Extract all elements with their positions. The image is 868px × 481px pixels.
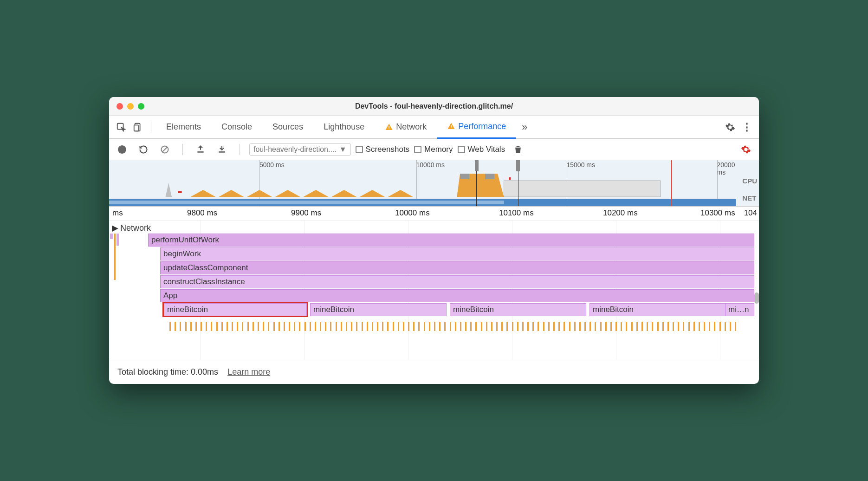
highlight-box (162, 302, 308, 317)
overview-selection[interactable] (476, 160, 518, 206)
svg-marker-15 (247, 190, 272, 197)
profile-select[interactable]: foul-heavenly-direction.... ▼ (249, 143, 351, 156)
divider (182, 144, 183, 155)
flame-bar-minebitcoin[interactable]: mineBitcoin (589, 303, 726, 316)
tab-console[interactable]: Console (211, 116, 262, 139)
traffic-lights (109, 103, 144, 110)
svg-rect-12 (178, 191, 182, 193)
titlebar: DevTools - foul-heavenly-direction.glitc… (109, 97, 759, 116)
ruler-tick: ms (112, 208, 123, 218)
svg-marker-16 (275, 190, 300, 197)
learn-more-link[interactable]: Learn more (227, 367, 270, 377)
net-label: NET (742, 194, 757, 202)
screenshots-label: Screenshots (366, 145, 410, 154)
left-edge-strips (109, 234, 114, 354)
devtools-window: DevTools - foul-heavenly-direction.glitc… (109, 97, 759, 384)
svg-rect-5 (451, 125, 452, 127)
tab-lighthouse[interactable]: Lighthouse (313, 116, 375, 139)
overview-tick: 5000 ms (259, 161, 285, 169)
svg-rect-3 (389, 126, 389, 128)
svg-rect-10 (517, 146, 520, 147)
tab-network[interactable]: Network (375, 116, 437, 139)
flame-bar-minebitcoin[interactable]: mineBitcoin (450, 303, 586, 316)
close-window-button[interactable] (117, 103, 123, 110)
svg-rect-8 (197, 151, 203, 153)
svg-rect-22 (460, 174, 469, 179)
network-section-header[interactable]: ▶ Network (111, 222, 154, 234)
reload-button[interactable] (135, 141, 152, 158)
capture-settings-gear-icon[interactable] (738, 141, 754, 158)
checkbox-icon (356, 146, 363, 153)
warning-icon (385, 123, 393, 131)
clear-button[interactable] (156, 141, 173, 158)
svg-marker-19 (360, 190, 385, 197)
flame-bar[interactable]: beginWork (160, 247, 754, 260)
device-toggle-icon[interactable] (130, 119, 146, 136)
warning-icon (447, 122, 455, 130)
inspect-element-icon[interactable] (113, 119, 130, 136)
ruler-tick: 10100 ms (499, 208, 534, 218)
scrollbar-thumb[interactable] (754, 292, 759, 304)
selection-handle-right[interactable] (516, 160, 520, 171)
svg-marker-14 (219, 190, 244, 197)
minimize-window-button[interactable] (127, 103, 134, 110)
screenshots-checkbox[interactable]: Screenshots (356, 145, 410, 154)
memory-checkbox[interactable]: Memory (414, 145, 453, 154)
divider (151, 122, 151, 133)
tab-performance[interactable]: Performance (437, 116, 516, 139)
window-title: DevTools - foul-heavenly-direction.glitc… (109, 102, 759, 110)
svg-marker-18 (331, 190, 356, 197)
footer-bar: Total blocking time: 0.00ms Learn more (109, 360, 759, 384)
flame-bar[interactable]: constructClassInstance (160, 275, 754, 288)
overview-row-labels: CPU NET (742, 177, 757, 202)
maximize-window-button[interactable] (138, 103, 144, 110)
ruler-tick: 10200 ms (603, 208, 638, 218)
net-overview (109, 199, 736, 206)
overview-tick: 10000 ms (416, 161, 445, 169)
svg-marker-11 (166, 183, 172, 197)
ruler-tick: 10000 ms (395, 208, 430, 218)
flame-bar-minebitcoin[interactable]: mineBitcoin (310, 303, 447, 316)
cpu-label: CPU (742, 177, 757, 185)
network-label: Network (120, 223, 151, 233)
flame-bar[interactable]: updateClassComponent (160, 261, 754, 274)
divider (240, 144, 240, 155)
ruler-tick: 104 (744, 208, 757, 218)
ruler-tick: 9900 ms (291, 208, 321, 218)
overview-timeline[interactable]: 5000 ms 10000 ms 15000 ms 20000 ms (109, 160, 759, 207)
tab-elements[interactable]: Elements (156, 116, 211, 139)
main-tabs: Elements Console Sources Lighthouse Netw… (109, 116, 759, 139)
flame-bar[interactable]: performUnitOfWork (148, 234, 754, 247)
checkbox-icon (458, 146, 465, 153)
overview-tick: 15000 ms (567, 161, 595, 169)
selection-handle-left[interactable] (475, 160, 479, 171)
tab-performance-label: Performance (458, 122, 506, 131)
performance-toolbar: foul-heavenly-direction.... ▼ Screenshot… (109, 139, 759, 160)
cpu-overview (109, 174, 736, 197)
tbt-value: Total blocking time: 0.00ms (117, 367, 218, 377)
marker-line (671, 160, 672, 206)
flame-chart[interactable]: ▶ Network performUnitOfWork beginWork up… (109, 221, 759, 360)
memory-label: Memory (424, 145, 453, 154)
svg-marker-13 (191, 190, 216, 197)
svg-rect-9 (219, 151, 225, 153)
checkbox-icon (414, 146, 421, 153)
timeline-ruler[interactable]: ms 9800 ms 9900 ms 10000 ms 10100 ms 102… (109, 207, 759, 221)
web-vitals-label: Web Vitals (468, 145, 505, 154)
flame-micro-tasks (169, 319, 759, 331)
flame-bar[interactable]: App (160, 289, 754, 302)
chevron-down-icon: ▼ (339, 145, 347, 154)
delete-profile-icon[interactable] (510, 141, 526, 158)
kebab-menu-icon[interactable]: ⋮ (738, 119, 755, 136)
svg-marker-20 (388, 190, 413, 197)
load-profile-icon[interactable] (192, 141, 209, 158)
svg-rect-6 (451, 128, 452, 129)
svg-marker-17 (304, 190, 329, 197)
tab-sources[interactable]: Sources (262, 116, 313, 139)
save-profile-icon[interactable] (214, 141, 230, 158)
web-vitals-checkbox[interactable]: Web Vitals (458, 145, 505, 154)
settings-gear-icon[interactable] (722, 119, 738, 136)
flame-bar-minebitcoin[interactable]: mi…n (725, 303, 754, 316)
record-button[interactable] (114, 141, 130, 158)
more-tabs-icon[interactable]: » (516, 119, 533, 136)
